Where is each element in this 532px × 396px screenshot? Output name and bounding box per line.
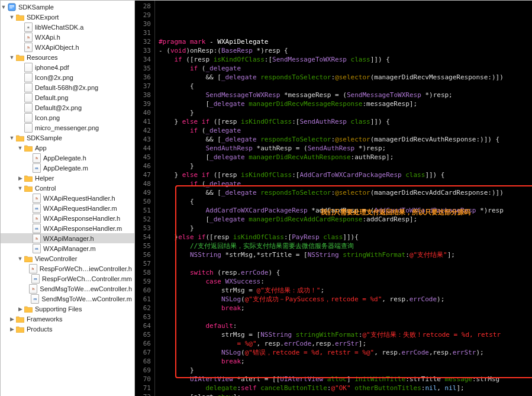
code-line[interactable]: #pragma mark - WXApiDelegate bbox=[159, 37, 532, 46]
tree-item[interactable]: hWXApiResponseHandler.h bbox=[1, 213, 134, 223]
line-number: 58 bbox=[135, 268, 151, 277]
tree-item[interactable]: mWXApiManager.m bbox=[1, 243, 134, 253]
code-line[interactable]: default: bbox=[159, 321, 532, 330]
code-line[interactable]: } bbox=[159, 366, 532, 375]
code-line[interactable]: } bbox=[159, 108, 532, 117]
chevron-right-icon[interactable]: ▶ bbox=[17, 175, 23, 181]
tree-item[interactable]: ▶Helper bbox=[1, 173, 134, 183]
code-line[interactable]: = %@", resp.errCode,resp.errStr]; bbox=[159, 339, 532, 348]
code-line[interactable]: NSString *strMsg,*strTitle = [NSString s… bbox=[159, 250, 532, 259]
code-line[interactable]: [_delegate managerDidRecvMessageResponse… bbox=[159, 99, 532, 108]
code-line[interactable]: { bbox=[159, 82, 532, 91]
code-line[interactable]: break; bbox=[159, 357, 532, 366]
code-line[interactable] bbox=[159, 313, 532, 321]
chevron-down-icon[interactable]: ▼ bbox=[17, 145, 23, 151]
tree-item[interactable]: hSendMsgToWe…ewController.h bbox=[1, 284, 134, 294]
tree-item[interactable]: ▶Supporting Files bbox=[1, 304, 134, 314]
tree-item[interactable]: Default.png bbox=[1, 92, 134, 102]
project-navigator[interactable]: ▼SDKSample▼SDKExport■libWeChatSDK.ahWXAp… bbox=[1, 1, 135, 396]
folder-icon bbox=[24, 144, 33, 152]
chevron-down-icon[interactable]: ▼ bbox=[17, 256, 23, 262]
tree-item[interactable]: ▼Control bbox=[1, 183, 134, 193]
code-line[interactable]: NSLog(@"支付成功－PaySuccess，retcode = %d", r… bbox=[159, 295, 532, 304]
code-line[interactable]: - (void)onResp:(BaseResp *)resp { bbox=[159, 46, 532, 55]
tree-item[interactable]: ▼SDKSample bbox=[1, 2, 134, 12]
code-line[interactable]: [_delegate managerDidRecvAddCardResponse… bbox=[159, 215, 532, 224]
tree-item[interactable]: ■libWeChatSDK.a bbox=[1, 22, 134, 32]
code-line[interactable]: delegate:self cancelButtonTitle:@"OK" ot… bbox=[159, 384, 532, 392]
code-line[interactable]: if ([resp isKindOfClass:[SendMessageToWX… bbox=[159, 55, 532, 64]
chevron-right-icon[interactable]: ▶ bbox=[17, 306, 23, 312]
line-number: 43 bbox=[135, 135, 151, 144]
tree-item[interactable]: Icon@2x.png bbox=[1, 72, 134, 82]
line-number: 61 bbox=[135, 295, 151, 304]
tree-item[interactable]: hWXApiManager.h bbox=[1, 233, 134, 243]
code-line[interactable]: NSLog(@"错误，retcode = %d, retstr = %@", r… bbox=[159, 348, 532, 357]
line-number: 46 bbox=[135, 162, 151, 170]
tree-item[interactable]: mWXApiResponseHandler.m bbox=[1, 223, 134, 233]
code-line[interactable]: } bbox=[159, 162, 532, 170]
folder-icon bbox=[16, 13, 24, 21]
tree-item[interactable]: ▼SDKSample bbox=[1, 133, 134, 143]
code-line[interactable]: if (_delegate bbox=[159, 179, 532, 188]
chevron-down-icon[interactable]: ▼ bbox=[17, 185, 23, 191]
tree-item-label: Default-568h@2x.png bbox=[35, 84, 98, 91]
tree-item[interactable]: mWXApiRequestHandler.m bbox=[1, 203, 134, 213]
tree-item[interactable]: mRespForWeCh…Controller.mm bbox=[1, 273, 134, 284]
tree-item[interactable]: micro_messenger.png bbox=[1, 123, 134, 133]
code-line[interactable]: strMsg = @"支付结果：成功！"; bbox=[159, 286, 532, 295]
tree-item[interactable]: mAppDelegate.m bbox=[1, 163, 134, 173]
code-line[interactable] bbox=[159, 259, 532, 268]
chevron-down-icon[interactable]: ▼ bbox=[9, 54, 15, 60]
tree-item[interactable]: Default-568h@2x.png bbox=[1, 82, 134, 92]
code-line[interactable]: && [_delegate respondsToSelector:@select… bbox=[159, 135, 532, 144]
tree-item[interactable]: hWXApi.h bbox=[1, 32, 134, 42]
line-number: 32 bbox=[135, 37, 151, 46]
code-line[interactable]: SendMessageToWXResp *messageResp = (Send… bbox=[159, 91, 532, 99]
code-line[interactable]: if (_delegate bbox=[159, 126, 532, 135]
chevron-down-icon[interactable]: ▼ bbox=[9, 14, 15, 20]
code-line[interactable]: } bbox=[159, 224, 532, 233]
code-area[interactable]: 我们只需要处理支付返回结果，所以只要这部分源码 #pragma mark - W… bbox=[155, 1, 532, 396]
tree-item[interactable]: ▼App bbox=[1, 143, 134, 153]
tree-item[interactable]: hAppDelegate.h bbox=[1, 153, 134, 163]
tree-item[interactable]: mSendMsgToWe…wController.m bbox=[1, 294, 134, 304]
tree-item[interactable]: ▶Products bbox=[1, 324, 134, 334]
tree-item-label: WXApiManager.h bbox=[43, 235, 94, 242]
code-line[interactable]: switch (resp.errCode) { bbox=[159, 268, 532, 277]
tree-item[interactable]: ▼SDKExport bbox=[1, 12, 134, 22]
code-line[interactable]: case WXSuccess: bbox=[159, 277, 532, 286]
tree-item-label: WXApiResponseHandler.h bbox=[43, 215, 120, 222]
tree-item[interactable]: hRespForWeCh…iewController.h bbox=[1, 263, 134, 273]
code-line[interactable]: } else if ([resp isKindOfClass:[AddCardT… bbox=[159, 170, 532, 179]
tree-item[interactable]: ▼Resources bbox=[1, 52, 134, 62]
tree-item[interactable]: hWXApiObject.h bbox=[1, 42, 134, 52]
tree-item-label: Frameworks bbox=[27, 315, 63, 323]
code-line[interactable]: //支付返回结果，实际支付结果需要去微信服务器端查询 bbox=[159, 242, 532, 250]
code-editor[interactable]: 2829303132333435363738394041424344454647… bbox=[135, 1, 532, 396]
code-line[interactable]: }else if([resp isKindOfClass:[PayResp cl… bbox=[159, 233, 532, 242]
code-line[interactable]: [_delegate managerDidRecvAuthResponse:au… bbox=[159, 153, 532, 162]
tree-item[interactable]: ▼ViewController bbox=[1, 253, 134, 263]
code-line[interactable]: && [_delegate respondsToSelector:@select… bbox=[159, 73, 532, 82]
code-line[interactable]: strMsg = [NSString stringWithFormat:@"支付… bbox=[159, 330, 532, 339]
code-line[interactable]: SendAuthResp *authResp = (SendAuthResp *… bbox=[159, 144, 532, 153]
chevron-down-icon[interactable]: ▼ bbox=[1, 4, 7, 10]
tree-item[interactable]: Icon.png bbox=[1, 112, 134, 123]
tree-item[interactable]: hWXApiRequestHandler.h bbox=[1, 193, 134, 203]
code-line[interactable]: UIAlertView *alert = [[UIAlertView alloc… bbox=[159, 375, 532, 384]
code-line[interactable]: [alert show]; bbox=[159, 392, 532, 396]
code-line[interactable]: && [_delegate respondsToSelector:@select… bbox=[159, 188, 532, 197]
chevron-right-icon[interactable]: ▶ bbox=[9, 316, 15, 322]
code-line[interactable]: break; bbox=[159, 304, 532, 313]
code-line[interactable]: { bbox=[159, 197, 532, 206]
chevron-right-icon[interactable]: ▶ bbox=[9, 326, 15, 332]
code-line[interactable]: } else if ([resp isKindOfClass:[SendAuth… bbox=[159, 117, 532, 126]
chevron-down-icon[interactable]: ▼ bbox=[9, 135, 15, 141]
code-line[interactable]: AddCardToWXCardPackageResp *addCardResp … bbox=[159, 206, 532, 215]
folder-icon bbox=[24, 305, 33, 313]
tree-item[interactable]: Default@2x.png bbox=[1, 102, 134, 112]
tree-item[interactable]: ▶Frameworks bbox=[1, 314, 134, 324]
code-line[interactable]: if (_delegate bbox=[159, 64, 532, 73]
tree-item[interactable]: iphone4.pdf bbox=[1, 62, 134, 72]
